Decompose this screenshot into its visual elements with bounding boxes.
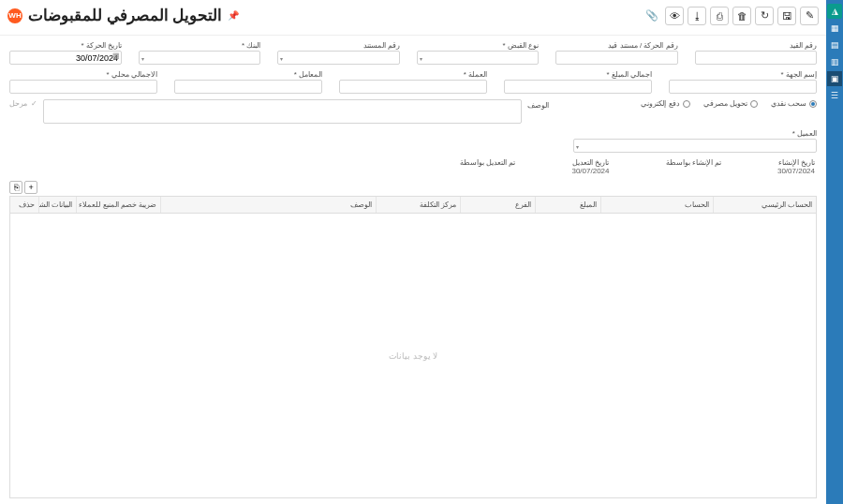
document-no-label: رقم المستند [277, 41, 399, 50]
radio-bank-label: تحويل مصرفي [703, 99, 747, 108]
posted-flag: ✓ مرحل [9, 99, 37, 108]
bank-select[interactable] [139, 51, 260, 65]
bank-label: البنك [139, 41, 260, 50]
page-title: التحويل المصرفي للمقبوضات [28, 6, 222, 25]
delete-button[interactable]: 🗑 [732, 7, 751, 25]
nav-item-2[interactable]: ▤ [827, 37, 842, 52]
party-name-input[interactable] [669, 80, 817, 94]
radio-dot-icon [683, 100, 690, 108]
customer-label: العميل [573, 129, 817, 138]
refresh-button[interactable]: ↻ [755, 7, 774, 25]
details-grid: الحساب الرئيسي الحساب المبلغ الفرع مركز … [9, 196, 817, 498]
party-name-label: إسم الجهة [669, 70, 817, 79]
payment-type-group: سحب نقدي تحويل مصرفي دفع إلكتروني [555, 99, 817, 108]
nav-item-5[interactable]: ☰ [827, 88, 842, 103]
radio-cash[interactable]: سحب نقدي [771, 99, 817, 108]
export-button[interactable]: ⎘ [9, 181, 22, 194]
nav-item-3[interactable]: ▥ [827, 54, 842, 69]
col-main-account: الحساب الرئيسي [713, 197, 816, 213]
audit-info: تاريخ الإنشاء30/07/2024 تم الإنشاء بواسط… [9, 158, 817, 175]
check-type-select[interactable] [417, 51, 539, 65]
document-no-select[interactable] [277, 51, 399, 65]
edit-button[interactable]: ✎ [800, 7, 819, 25]
radio-bank[interactable]: تحويل مصرفي [703, 99, 758, 108]
print-button[interactable]: ⎙ [710, 7, 729, 25]
radio-dot-icon [750, 100, 758, 108]
brand-logo-icon: WH [7, 8, 22, 23]
side-nav: ◮ ▦ ▤ ▥ ▣ ☰ [826, 0, 843, 504]
col-sales-tax: ضريبة خصم المنبع للعملاء [76, 197, 160, 213]
form-area: رقم القيد رقم الحركة / مستند قيد نوع الق… [0, 36, 826, 179]
check-type-label: نوع القبض [417, 41, 539, 50]
entry-no-input[interactable] [695, 51, 817, 65]
toolbar: ✎ 🖫 ↻ 🗑 ⎙ ⭳ 👁 📎 [643, 7, 819, 25]
view-button[interactable]: 👁 [665, 7, 684, 25]
trans-date-label: تاريخ الحركة [9, 41, 122, 50]
local-total-input[interactable] [9, 80, 157, 94]
trans-doc-no-label: رقم الحركة / مستند قيد [555, 41, 677, 50]
modified-date-value: 30/07/2024 [571, 167, 609, 175]
pin-icon: 📌 [228, 10, 239, 21]
description-label: الوصف [527, 99, 549, 110]
local-total-label: الاجمالي محلي [9, 70, 157, 79]
col-account: الحساب [600, 197, 713, 213]
grid-empty-state: لا يوجد بيانات [10, 214, 816, 497]
save-button[interactable]: 🖫 [777, 7, 796, 25]
nav-item-4[interactable]: ▣ [827, 71, 842, 86]
nav-item-logo[interactable]: ◮ [827, 4, 842, 19]
radio-epay[interactable]: دفع إلكتروني [641, 99, 689, 108]
factor-input[interactable] [174, 80, 322, 94]
total-amount-input[interactable] [504, 80, 652, 94]
radio-dot-icon [809, 100, 817, 108]
created-date-value: 30/07/2024 [777, 167, 815, 175]
customer-select[interactable] [573, 139, 817, 153]
created-date-label: تاريخ الإنشاء [777, 158, 815, 167]
modified-date-label: تاريخ التعديل [571, 158, 609, 167]
col-branch: الفرع [460, 197, 535, 213]
created-by-label: تم الإنشاء بواسطة [666, 158, 721, 167]
radio-epay-label: دفع إلكتروني [641, 99, 679, 108]
entry-no-label: رقم القيد [695, 41, 817, 50]
col-cost-center: مركز التكلفة [376, 197, 460, 213]
col-amount: المبلغ [535, 197, 600, 213]
radio-cash-label: سحب نقدي [771, 99, 806, 108]
currency-label: العملة [339, 70, 487, 79]
currency-input[interactable] [339, 80, 487, 94]
grid-header: الحساب الرئيسي الحساب المبلغ الفرع مركز … [10, 197, 816, 214]
nav-item-1[interactable]: ▦ [827, 21, 842, 36]
description-input[interactable] [43, 99, 522, 124]
trans-date-input[interactable] [9, 51, 122, 65]
modified-by-label: تم التعديل بواسطة [460, 158, 515, 167]
titlebar: ✎ 🖫 ↻ 🗑 ⎙ ⭳ 👁 📎 📌 التحويل المصرفي للمقبو… [0, 0, 826, 36]
col-description: الوصف [160, 197, 376, 213]
col-delete: حذف [10, 197, 38, 213]
add-row-button[interactable]: + [24, 181, 37, 194]
trans-doc-no-input[interactable] [555, 51, 677, 65]
total-amount-label: اجمالي المبلغ [504, 70, 652, 79]
attach-button[interactable]: 📎 [643, 7, 661, 25]
col-extra: البيانات الشرطية [38, 197, 76, 213]
download-button[interactable]: ⭳ [688, 7, 706, 25]
factor-label: المعامل [174, 70, 322, 79]
